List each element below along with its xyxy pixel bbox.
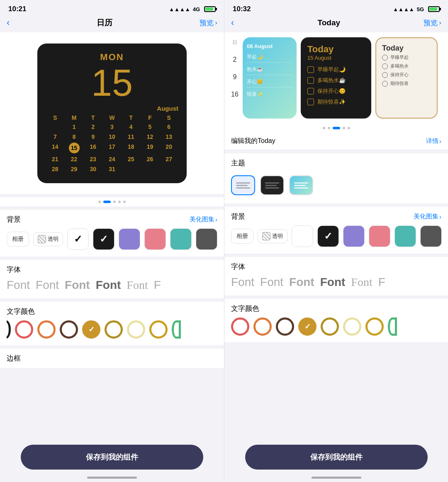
transparent-swatch-left[interactable]: 透明 (33, 232, 63, 246)
bg-purple-left[interactable] (119, 228, 140, 250)
bg-teal-right[interactable] (394, 225, 416, 247)
dot-2-active[interactable] (103, 201, 111, 203)
font-sample-1-right[interactable]: Font (231, 276, 254, 289)
bg-album-right[interactable]: 相册 (231, 229, 253, 244)
bg-pink-left[interactable] (144, 228, 166, 250)
preview-button-right[interactable]: 预览 › (424, 18, 441, 28)
color-partial-right-left[interactable] (172, 320, 181, 339)
bg-album-left[interactable]: 相册 (7, 232, 29, 247)
color-darkyellow-right[interactable] (321, 317, 339, 336)
transparent-swatch-right[interactable]: 透明 (258, 229, 287, 243)
network-type-left: 4G (193, 6, 200, 12)
bg-swatch-black-left[interactable] (93, 228, 114, 250)
dot-r5[interactable] (348, 127, 350, 129)
cal-dow: MON (46, 52, 178, 63)
section-header-font-left: 字体 (7, 265, 217, 274)
save-button-right[interactable]: 保存到我的组件 (245, 445, 428, 470)
color-darkyellow-left[interactable] (105, 320, 123, 339)
color-orange-right[interactable] (253, 317, 272, 336)
text-color-options-left (7, 320, 217, 340)
dot-1[interactable] (98, 201, 101, 203)
cal-day-big: 15 (46, 64, 178, 102)
bg-swatch-teal-right[interactable] (394, 225, 416, 247)
font-sample-2-left[interactable]: Font (36, 279, 59, 292)
font-sample-1-left[interactable]: Font (7, 279, 30, 292)
bg-swatch-dark-left[interactable] (196, 228, 217, 250)
bg-swatch-black-right[interactable] (317, 225, 339, 247)
bg-white-left[interactable] (67, 228, 89, 250)
bg-black-left[interactable] (93, 228, 114, 250)
font-sample-5-left[interactable]: Font (127, 279, 148, 292)
bg-swatch-white-left[interactable] (67, 228, 89, 250)
cal-week-3: 14 15 16 17 18 19 20 (46, 143, 178, 153)
font-sample-4-left[interactable]: Font (96, 279, 121, 292)
beautify-action-right[interactable]: 美化图集 › (414, 213, 441, 220)
twl-item-3: 保持开心 (382, 72, 431, 78)
album-label-right[interactable]: 相册 (231, 229, 253, 244)
bg-dark-left[interactable] (196, 228, 217, 250)
twl-text-4: 期待惊喜 (390, 80, 409, 87)
color-partial-right-right[interactable] (388, 317, 397, 336)
bg-transparent-left[interactable]: 透明 (33, 232, 63, 246)
bg-teal-left[interactable] (170, 228, 192, 250)
color-amber-left[interactable] (149, 320, 168, 339)
color-brown-left[interactable] (60, 320, 78, 339)
font-sample-3-left[interactable]: Font (65, 279, 90, 292)
twl-circle-1 (382, 55, 388, 61)
save-button-left[interactable]: 保存到我的组件 (21, 445, 203, 470)
dot-r2[interactable] (328, 127, 330, 129)
bg-white-right[interactable] (292, 225, 313, 247)
cal-header: S M T W T F S (46, 114, 178, 121)
back-button-right[interactable]: ‹ (231, 17, 234, 28)
font-sample-4-right[interactable]: Font (320, 276, 346, 289)
theme-option-light[interactable] (231, 175, 255, 195)
theme-option-dark[interactable] (260, 175, 284, 195)
color-red-left[interactable] (15, 320, 33, 339)
font-sample-2-right[interactable]: Font (260, 276, 283, 289)
bg-purple-right[interactable] (343, 225, 365, 247)
dot-r4[interactable] (343, 127, 345, 129)
dot-r1[interactable] (323, 127, 325, 129)
color-lightyellow-left[interactable] (127, 320, 145, 339)
tw-text-2: 多喝热水☕ (317, 77, 346, 84)
bg-black-right[interactable] (317, 225, 339, 247)
color-gold-right[interactable] (298, 317, 317, 336)
dot-r3-active[interactable] (333, 127, 340, 129)
cal-week-1: 1 2 3 4 5 6 (46, 123, 178, 131)
dot-3[interactable] (113, 201, 116, 203)
font-sample-3-right[interactable]: Font (289, 276, 314, 289)
edit-today-action[interactable]: 详情 › (426, 137, 441, 145)
preview-button-left[interactable]: 预览 › (200, 18, 217, 28)
color-red-right[interactable] (231, 317, 249, 336)
font-sample-5-right[interactable]: Font (351, 276, 372, 289)
bg-dark-right[interactable] (420, 225, 441, 247)
color-lightyellow-right[interactable] (343, 317, 361, 336)
album-label-left[interactable]: 相册 (7, 232, 29, 247)
bg-swatch-purple-right[interactable] (343, 225, 365, 247)
color-brown-right[interactable] (276, 317, 294, 336)
color-amber-right[interactable] (365, 317, 384, 336)
bg-pink-right[interactable] (369, 225, 390, 247)
bg-swatch-teal-left[interactable] (170, 228, 192, 250)
beautify-action-left[interactable]: 美化图集 › (190, 216, 217, 223)
page-title-right: Today (318, 18, 341, 27)
tw-checkbox-3 (307, 88, 314, 94)
dot-5[interactable] (123, 201, 126, 203)
bg-transparent-right[interactable]: 透明 (258, 229, 287, 243)
today-widget-blue: 08 August 早起🌙 热水☕ 开心😊 惊喜✨ (243, 37, 297, 119)
settings-area-right: 主题 (224, 150, 448, 482)
bg-swatch-pink-right[interactable] (369, 225, 390, 247)
bg-swatch-pink-left[interactable] (144, 228, 166, 250)
color-orange-left[interactable] (37, 320, 56, 339)
font-sample-6-right[interactable]: F (378, 276, 385, 289)
back-button-left[interactable]: ‹ (7, 17, 10, 28)
section-title-bg-right: 背景 (231, 212, 245, 221)
dot-4[interactable] (118, 201, 121, 203)
color-gold-left[interactable] (82, 320, 100, 339)
bg-swatch-purple-left[interactable] (119, 228, 140, 250)
theme-option-blue[interactable] (289, 175, 313, 195)
bg-swatch-white-right[interactable] (292, 225, 313, 247)
color-partial-left[interactable] (7, 320, 11, 339)
font-sample-6-left[interactable]: F (154, 279, 161, 292)
bg-swatch-dark-right[interactable] (420, 225, 441, 247)
